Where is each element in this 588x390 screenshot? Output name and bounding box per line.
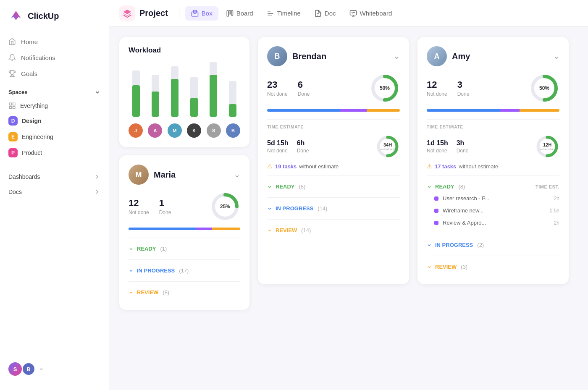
sidebar-item-design[interactable]: D Design [0,113,109,129]
bar-group [129,71,144,117]
workload-avatar[interactable]: S [207,123,221,138]
amy-time-notdone: 1d 15h Not done [427,139,448,154]
brendan-not-done-count: 23 [267,79,288,90]
maria-donut-wrap: 25% [210,191,240,222]
amy-ready-label: READY [435,183,454,190]
tab-whiteboard[interactable]: Whiteboard [344,6,398,21]
amy-header: A Amy ⌄ [427,46,559,66]
bar-wrap [152,75,159,117]
brendan-chevron[interactable]: ⌄ [394,52,400,61]
amy-review-count: (3) [461,264,467,270]
sidebar: ClickUp Home Notifications Goals Spaces … [0,0,109,390]
workload-avatar[interactable]: B [226,123,240,138]
bar-wrap [171,66,178,117]
maria-div3 [129,281,240,282]
svg-rect-9 [231,10,233,15]
maria-info: M Maria [129,165,176,185]
sidebar-item-product[interactable]: P Product [0,145,109,161]
amy-donut2: 12H remaining [535,134,559,159]
product-label: Product [22,149,42,156]
sidebar-item-docs[interactable]: Docs [0,184,109,199]
task-name-1[interactable]: User research - P... [443,195,550,202]
brendan-donut-label: 50% [380,85,390,91]
task-dot-2 [434,209,438,213]
maria-chevron[interactable]: ⌄ [234,170,240,179]
brendan-donut-wrap: 50% [370,73,400,103]
bar-fill [210,75,217,117]
user-avatar-b: B [22,362,35,376]
sidebar-item-notifications[interactable]: Notifications [0,50,109,65]
sidebar-item-home[interactable]: Home [0,34,109,50]
bar-group [148,75,163,117]
amy-time-est-col: TIME EST. [536,184,559,189]
tab-board[interactable]: Board [220,6,259,21]
brendan-div1 [267,175,400,176]
maria-ready-header[interactable]: READY (1) [129,243,240,254]
chevron-down-ready-icon [129,246,134,251]
sidebar-item-goals[interactable]: Goals [0,65,109,81]
bar-fill [229,104,236,117]
bar-fill [171,79,178,117]
workload-avatar[interactable]: J [129,123,143,138]
task-name-3[interactable]: Review & Appro... [443,220,550,226]
amy-div0 [427,119,559,120]
left-column: Workload JAMKSB M Maria ⌄ 12 Not done [119,37,249,310]
maria-divider [129,238,240,238]
amy-ready-header[interactable]: READY (8) TIME EST. [427,181,559,192]
user-avatar-s: S [8,362,22,376]
tab-box[interactable]: Box [185,6,218,21]
amy-progress-header[interactable]: IN PROGRESS (2) [427,239,559,251]
amy-chevron[interactable]: ⌄ [553,52,559,61]
user-footer[interactable]: S B [0,356,109,382]
workload-avatar[interactable]: A [148,123,162,138]
amy-progress-bar [427,109,559,112]
warning-triangle-icon: ⚠ [267,163,273,170]
task-time-2: 0.5h [550,208,559,214]
sidebar-item-engineering[interactable]: E Engineering [0,129,109,145]
amy-donut: 50% [529,73,559,103]
sidebar-item-everything[interactable]: Everything [0,99,109,113]
amy-stats-row: 12 Not done 3 Done 50% [427,73,559,103]
board-icon [226,10,234,17]
amy-avatar: A [427,46,447,66]
amy-time-section: TIME ESTIMATE 1d 15h Not done 3h Done [427,125,559,170]
brendan-warning-count[interactable]: 19 tasks [275,163,297,170]
sidebar-item-dashboards[interactable]: Dashboards [0,169,109,184]
tab-timeline[interactable]: Timeline [261,6,307,21]
maria-seg-yellow [212,228,240,230]
bar-fill [190,98,198,117]
workload-avatar[interactable]: M [168,123,182,138]
brendan-warning-text: without estimate [299,163,339,170]
maria-ready-count: (1) [160,246,167,252]
amy-not-done: 12 Not done [427,79,447,97]
amy-time-done-label: Done [457,148,469,154]
chevron-amy-ready-icon [427,184,432,189]
task-name-2[interactable]: Wireframe new... [443,207,546,214]
brendan-seg-purple [340,109,367,112]
bell-icon [8,54,16,61]
bar-group [186,77,202,117]
brendan-progress-header[interactable]: IN PROGRESS (14) [267,203,400,214]
chevron-down-icon[interactable] [94,89,100,95]
brendan-time-done: 6h Done [297,139,309,154]
tab-doc[interactable]: Doc [308,6,342,21]
brendan-div2 [267,197,400,198]
maria-review-count: (8) [163,289,169,296]
amy-donut2-sub: remaining [540,147,554,151]
amy-warning-count[interactable]: 17 tasks [435,163,456,170]
brendan-review-header[interactable]: REVIEW (14) [267,225,400,236]
bar-wrap [210,62,217,117]
tab-whiteboard-label: Whiteboard [360,10,392,17]
maria-review-header[interactable]: REVIEW (8) [129,287,240,298]
brendan-donut2-wrap: 34H remaining [375,134,400,159]
brendan-donut2-label-wrap: 34H remaining [380,142,395,151]
maria-progress-header[interactable]: IN PROGRESS (17) [129,265,240,276]
workload-avatar[interactable]: K [187,123,201,138]
task-time-1: 2h [554,196,559,202]
chevron-right-icon [94,173,100,180]
bar-group [206,62,221,117]
brendan-ready-header[interactable]: READY (8) [267,181,400,192]
amy-review-header[interactable]: REVIEW (3) [427,261,559,272]
amy-time-notdone-val: 1d 15h [427,139,448,147]
brendan-review-label: REVIEW [276,227,297,233]
